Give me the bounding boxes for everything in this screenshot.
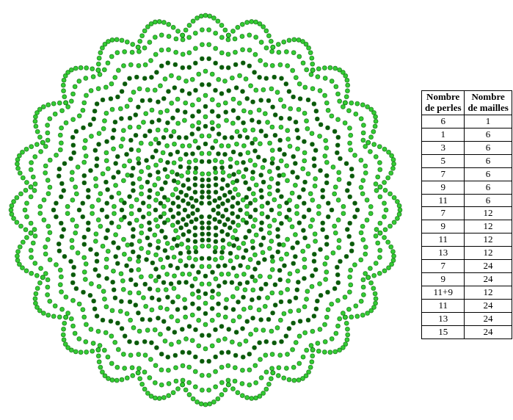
bead	[189, 196, 194, 200]
bead	[106, 40, 111, 44]
bead	[62, 327, 66, 331]
bead	[63, 342, 68, 347]
bead	[261, 250, 265, 255]
cell-mailles: 6	[465, 128, 512, 141]
bead-count-table: Nombre de perles Nombre de mailles 61163…	[421, 90, 512, 339]
bead	[324, 181, 329, 185]
bead	[236, 192, 241, 197]
bead	[207, 373, 211, 377]
bead	[310, 218, 315, 222]
bead	[12, 200, 16, 204]
bead	[309, 72, 313, 76]
bead	[34, 292, 38, 296]
bead	[307, 370, 311, 374]
bead	[217, 132, 221, 137]
bead	[156, 316, 160, 320]
bead	[104, 257, 109, 261]
bead	[233, 187, 237, 192]
bead	[156, 170, 160, 174]
bead	[318, 134, 322, 139]
bead	[369, 308, 374, 313]
bead	[271, 371, 275, 375]
bead	[187, 51, 192, 55]
bead	[270, 267, 274, 272]
bead	[34, 124, 38, 128]
bead	[260, 220, 264, 225]
bead	[270, 125, 274, 129]
bead	[163, 181, 167, 185]
bead	[197, 295, 201, 300]
bead	[172, 237, 176, 242]
bead	[103, 180, 108, 184]
bead	[266, 200, 270, 205]
bead	[252, 267, 257, 271]
bead	[187, 160, 192, 164]
bead	[121, 64, 125, 68]
bead	[199, 402, 203, 406]
bead	[180, 327, 184, 331]
bead	[149, 75, 153, 79]
bead	[240, 381, 244, 385]
bead	[207, 159, 211, 164]
bead	[187, 91, 192, 95]
bead	[153, 233, 157, 237]
bead	[287, 377, 291, 382]
bead	[363, 164, 368, 168]
bead	[279, 221, 283, 225]
bead	[128, 195, 132, 199]
bead	[271, 311, 275, 315]
bead	[287, 208, 291, 212]
bead	[232, 243, 236, 247]
bead	[32, 228, 37, 232]
bead	[203, 402, 208, 407]
bead	[288, 198, 292, 203]
bead	[115, 321, 120, 325]
bead	[251, 316, 255, 320]
bead	[296, 37, 301, 42]
bead	[253, 363, 258, 368]
cell-mailles: 24	[465, 300, 512, 313]
bead	[119, 116, 123, 120]
bead	[219, 272, 224, 276]
bead	[76, 165, 80, 170]
bead	[294, 120, 298, 124]
bead	[147, 220, 151, 225]
bead	[97, 142, 101, 147]
bead	[240, 22, 244, 26]
bead	[319, 293, 323, 297]
bead	[241, 355, 245, 359]
bead	[230, 135, 234, 140]
bead	[24, 181, 29, 185]
bead	[310, 56, 314, 60]
bead	[137, 177, 142, 181]
bead	[113, 120, 117, 124]
bead	[114, 254, 118, 258]
bead	[291, 51, 296, 55]
cell-perles: 3	[422, 141, 465, 154]
bead	[305, 68, 309, 72]
bead	[128, 116, 132, 120]
bead	[302, 140, 306, 144]
bead	[172, 286, 176, 291]
bead	[207, 264, 211, 269]
bead	[220, 201, 225, 206]
bead	[226, 383, 230, 387]
bead	[15, 162, 19, 166]
bead	[93, 239, 98, 244]
bead	[363, 252, 368, 256]
bead	[165, 256, 170, 260]
bead	[137, 366, 141, 371]
bead	[326, 201, 330, 206]
bead	[84, 154, 88, 159]
bead	[65, 211, 70, 216]
bead	[319, 168, 323, 173]
bead	[18, 245, 22, 249]
bead	[277, 242, 282, 247]
bead	[59, 141, 63, 145]
bead	[153, 20, 157, 24]
bead	[219, 325, 224, 329]
bead	[203, 311, 208, 316]
bead	[131, 250, 135, 254]
bead	[115, 51, 120, 55]
bead	[112, 175, 116, 179]
